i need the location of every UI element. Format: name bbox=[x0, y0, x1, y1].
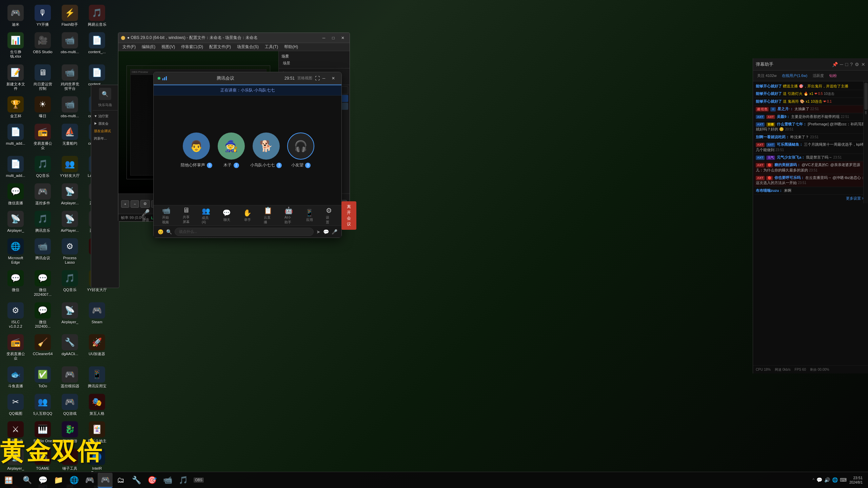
meeting-chat-input[interactable]: 说点什么... bbox=[175, 228, 314, 236]
chat-item-4[interactable]: 跨新年... bbox=[93, 136, 118, 142]
taskbar-wechat-icon[interactable]: 💬 bbox=[816, 477, 822, 483]
obs-add-scene-button[interactable]: + bbox=[121, 200, 129, 208]
desktop-icon-trophy[interactable]: 🏆 金王杯 bbox=[3, 95, 28, 120]
desktop-icon-dgaac[interactable]: 🔧 dgAACli... bbox=[58, 333, 82, 362]
desktop-icon-live[interactable]: 📻 变易直播公众 bbox=[31, 122, 55, 151]
chat-item-2[interactable]: ▶ 朋友会 bbox=[93, 121, 118, 127]
desktop-icon-flash[interactable]: ⚡ Flash助手 bbox=[58, 3, 82, 28]
obs-maximize-button[interactable]: □ bbox=[329, 35, 337, 41]
desktop-icon-douyu[interactable]: 🐟 斗鱼直播 bbox=[3, 365, 28, 390]
desktop-icon-sun[interactable]: ☀ 曝日 bbox=[31, 95, 55, 120]
desktop-icon-airplayer3[interactable]: 📡 Airplayer_ bbox=[3, 209, 28, 234]
chat-item-3[interactable]: 朋友会调试 bbox=[93, 128, 118, 134]
danmu-close-button[interactable]: ✕ bbox=[861, 62, 865, 67]
meeting-minimize-button[interactable]: ─ bbox=[320, 75, 328, 82]
desktop-icon-yy[interactable]: 🎙 YY开播 bbox=[31, 3, 55, 28]
obs-minimize-button[interactable]: ─ bbox=[320, 35, 328, 41]
meeting-ai-button[interactable]: 🤖 AI小助手 bbox=[282, 205, 296, 226]
desktop-icon-qq-screenshot[interactable]: ✂ QQ截图 bbox=[3, 392, 28, 417]
meeting-mic-button[interactable]: 🎤 bbox=[332, 229, 337, 235]
obs-remove-scene-button[interactable]: − bbox=[131, 200, 139, 208]
obs-scene-item-1[interactable]: 场景 bbox=[280, 60, 348, 67]
obs-menu-dock[interactable]: 停靠窗口(D) bbox=[178, 43, 206, 50]
desktop-icon-ccleaner[interactable]: 🧹 CCleaner64 bbox=[31, 333, 55, 362]
meeting-end-button[interactable]: 离开会议 bbox=[341, 201, 356, 230]
meeting-send-button[interactable]: ➤ bbox=[316, 229, 320, 235]
obs-titlebar[interactable]: ● OBS 29.0.0 (64-bit，windows) - 配置文件：未命名… bbox=[118, 33, 350, 43]
taskbar-game1[interactable]: 🎮 bbox=[82, 473, 97, 488]
taskbar-chat[interactable]: 💬 bbox=[35, 473, 50, 488]
meeting-expand-button[interactable]: ⛶ bbox=[315, 76, 320, 81]
taskbar-game2[interactable]: 🎮 bbox=[98, 473, 113, 488]
obs-menu-view[interactable]: 视图(V) bbox=[159, 43, 178, 50]
meeting-apps-button[interactable]: 📱 应用 bbox=[302, 207, 316, 224]
desktop-icon-todo[interactable]: ✅ ToDo bbox=[31, 365, 55, 390]
desktop-icon-obs[interactable]: 🎥 OBS Studio bbox=[31, 31, 55, 60]
desktop-icon-airplayer1[interactable]: 📡 Airplayer... bbox=[58, 182, 82, 207]
desktop-icon-excel1[interactable]: 📊 生引挣钱.xlsx bbox=[3, 31, 28, 60]
obs-close-button[interactable]: ✕ bbox=[339, 35, 347, 41]
meeting-share-button[interactable]: 🖥 共享屏幕 bbox=[180, 205, 192, 226]
meeting-settings-button[interactable]: ⚙ 设置 bbox=[323, 205, 335, 226]
taskbar-obs[interactable]: OBS bbox=[191, 473, 206, 488]
obs-menu-edit[interactable]: 编辑(E) bbox=[139, 43, 158, 50]
desktop-icon-content1[interactable]: 📄 content_... bbox=[85, 31, 109, 60]
desktop-icon-steam[interactable]: 🎮 Steam bbox=[85, 301, 109, 330]
taskbar-music[interactable]: 🎵 bbox=[176, 473, 191, 488]
meeting-video-button[interactable]: 📹 开始视频 bbox=[159, 205, 173, 226]
desktop-icon-appbao[interactable]: 📱 腾讯应用宝 bbox=[85, 365, 109, 390]
desktop-icon-control[interactable]: 🖥 尚日爱运营控制 bbox=[31, 63, 55, 92]
obs-menu-help[interactable]: 帮助(H) bbox=[281, 43, 301, 50]
chat-item-1[interactable]: ▼ 治疗室 bbox=[93, 113, 118, 119]
danmu-settings-button[interactable]: ⚙ bbox=[855, 62, 859, 67]
taskbar-chevron-up[interactable]: ^ bbox=[812, 477, 814, 482]
taskbar-tools[interactable]: 🔧 bbox=[129, 473, 144, 488]
desktop-icon-wechat2[interactable]: 💬 微信 bbox=[3, 269, 28, 298]
desktop-icon-airplayer4[interactable]: 📡 AirPlayer... bbox=[58, 209, 82, 234]
danmu-more-settings[interactable]: 更多设置 > bbox=[754, 195, 867, 202]
taskbar-search[interactable]: 🔍 bbox=[20, 473, 35, 488]
desktop-icon-process-lasso[interactable]: ⚙ Process Lasso bbox=[58, 237, 82, 266]
desktop-icon-uu[interactable]: 🚀 UU加速器 bbox=[85, 333, 109, 362]
taskbar-edge[interactable]: 🌐 bbox=[66, 473, 81, 488]
taskbar-folders[interactable]: 🗂 bbox=[113, 473, 128, 488]
desktop-icon-qq-game[interactable]: 🎮 QQ游戏 bbox=[58, 392, 82, 417]
desktop-icon-qq5[interactable]: 👥 5人互联QQ bbox=[31, 392, 55, 417]
danmu-restore-button[interactable]: □ bbox=[845, 62, 848, 67]
desktop-icon-identity5[interactable]: 🎭 第五人格 bbox=[85, 392, 109, 417]
desktop-icon-tencent-meeting[interactable]: 📹 腾讯会议 bbox=[31, 237, 55, 266]
desktop-icon-wechat[interactable]: 💬 微信直播 bbox=[3, 182, 28, 207]
meeting-reaction-button[interactable]: 💬 bbox=[323, 229, 329, 235]
meeting-chat-button[interactable]: 💬 聊天 bbox=[220, 207, 234, 224]
desktop-icon-remote[interactable]: 🎮 遥控多件 bbox=[31, 182, 55, 207]
desktop-icon-wechat3[interactable]: 💬 微信2024007... bbox=[31, 269, 55, 298]
danmu-help-button[interactable]: ? bbox=[850, 62, 853, 67]
desktop-icon-notepad[interactable]: 📝 新建文本文件 bbox=[3, 63, 28, 92]
meeting-grid-view[interactable]: 宫格视图 bbox=[297, 76, 312, 81]
desktop-icon-airplayer5[interactable]: 📡 Airplayer_ bbox=[58, 301, 82, 330]
desktop-icon-netease[interactable]: 🎵 网易云音乐 bbox=[85, 3, 109, 28]
taskbar-start-button[interactable]: 🪟 bbox=[0, 472, 17, 488]
meeting-search-button[interactable]: 🔍 bbox=[166, 229, 172, 235]
desktop-icon-edge[interactable]: 🌐 Microsoft Edge bbox=[3, 237, 28, 266]
desktop-icon-multi-add2[interactable]: 📄 multi_add... bbox=[3, 155, 28, 179]
desktop-icon-obs-multi2[interactable]: 📹 鸡鸡世界竞技平台 bbox=[58, 63, 82, 92]
taskbar-explorer[interactable]: 📁 bbox=[51, 473, 66, 488]
obs-filter-button[interactable]: ⚙ bbox=[140, 200, 150, 208]
meeting-emoji-button[interactable]: 😊 bbox=[158, 229, 163, 235]
meeting-titlebar[interactable]: 腾讯会议 29:51 宫格视图 ⛶ ─ ✕ bbox=[154, 72, 341, 84]
obs-menu-file[interactable]: 文件(F) bbox=[120, 43, 138, 50]
desktop-icon-wechat4[interactable]: 💬 微信202400... bbox=[31, 301, 55, 330]
desktop-icon-yy-hall[interactable]: 👥 YY好友大厅 bbox=[58, 155, 82, 179]
desktop-icon-qq-music2[interactable]: 🎵 QQ音乐 bbox=[58, 269, 82, 298]
desktop-icon-emulator[interactable]: 🎮 遥控模拟器 bbox=[58, 365, 82, 390]
taskbar-video[interactable]: 📹 bbox=[160, 473, 175, 488]
desktop-icon-dimi[interactable]: 🎮 迪米 bbox=[3, 3, 28, 28]
desktop-icon-obs-multi3[interactable]: 📹 obs-multi... bbox=[58, 95, 82, 120]
obs-menu-scene-collection[interactable]: 场景集合(S) bbox=[234, 43, 261, 50]
taskbar-keyboard-icon[interactable]: ⌨ bbox=[840, 477, 847, 483]
taskbar-network-icon[interactable]: 🌐 bbox=[832, 477, 838, 483]
meeting-doc-button[interactable]: 📋 云直播 bbox=[261, 205, 275, 226]
taskbar-clock[interactable]: 23:51 2024/8/1 bbox=[849, 475, 863, 485]
desktop-icon-islc[interactable]: ⚙ ISLC v1.0.2.2 bbox=[3, 301, 28, 330]
